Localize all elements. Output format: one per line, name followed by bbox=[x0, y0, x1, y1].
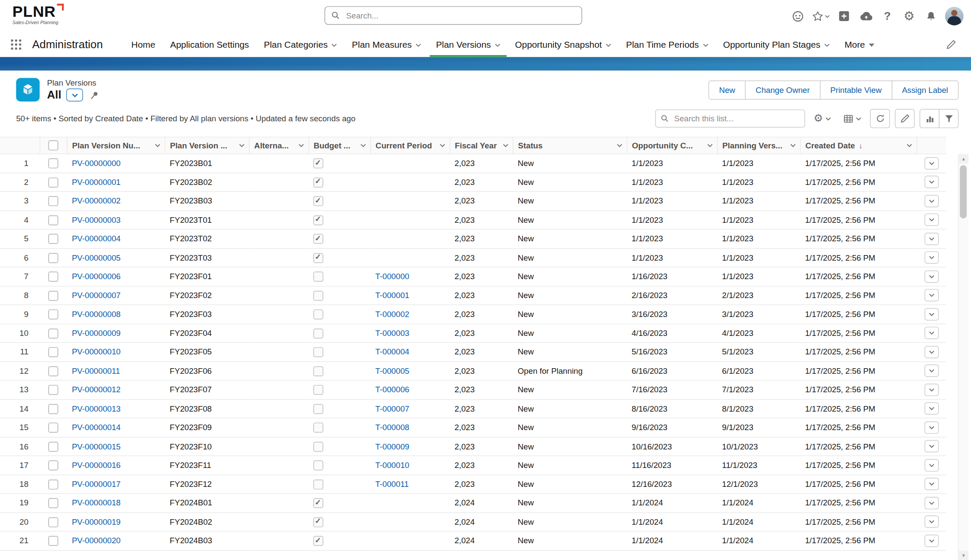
display-icon[interactable] bbox=[840, 109, 865, 128]
row-actions-button[interactable] bbox=[924, 214, 938, 226]
row-checkbox[interactable] bbox=[48, 479, 58, 489]
row-actions-button[interactable] bbox=[924, 403, 938, 415]
nav-edit-pencil-icon[interactable] bbox=[943, 39, 960, 50]
plan-version-link[interactable]: PV-00000019 bbox=[72, 517, 121, 526]
select-all-checkbox[interactable] bbox=[48, 141, 58, 151]
list-search-input[interactable] bbox=[673, 113, 800, 123]
chevron-down-icon[interactable] bbox=[439, 144, 445, 148]
chevron-down-icon[interactable] bbox=[869, 43, 874, 47]
plan-version-link[interactable]: PV-00000011 bbox=[72, 366, 120, 375]
refresh-icon[interactable] bbox=[870, 109, 890, 128]
row-checkbox[interactable] bbox=[48, 460, 58, 470]
plan-version-link[interactable]: PV-00000002 bbox=[72, 196, 121, 206]
row-checkbox[interactable] bbox=[48, 177, 58, 187]
scrollbar-thumb[interactable] bbox=[960, 165, 967, 218]
row-actions-button[interactable] bbox=[924, 270, 938, 283]
tab-plan-measures[interactable]: Plan Measures bbox=[344, 32, 428, 57]
chevron-down-icon[interactable] bbox=[702, 43, 708, 47]
plan-version-link[interactable]: PV-00000003 bbox=[72, 215, 121, 225]
current-period-link[interactable]: T-000005 bbox=[375, 366, 409, 375]
current-period-link[interactable]: T-000000 bbox=[375, 272, 409, 281]
row-actions-button[interactable] bbox=[924, 459, 938, 471]
chevron-down-icon[interactable] bbox=[360, 144, 366, 148]
list-search[interactable] bbox=[655, 110, 805, 128]
plan-version-link[interactable]: PV-00000020 bbox=[72, 536, 121, 545]
plan-version-link[interactable]: PV-00000018 bbox=[72, 498, 121, 508]
current-period-link[interactable]: T-000001 bbox=[375, 291, 409, 300]
current-period-link[interactable]: T-000010 bbox=[375, 461, 409, 470]
plan-version-link[interactable]: PV-00000005 bbox=[72, 253, 121, 262]
row-actions-button[interactable] bbox=[924, 308, 938, 320]
row-actions-button[interactable] bbox=[924, 421, 938, 434]
plan-version-link[interactable]: PV-00000012 bbox=[72, 385, 121, 394]
filter-icon[interactable] bbox=[939, 109, 959, 128]
tab-plan-versions[interactable]: Plan Versions bbox=[429, 32, 508, 57]
chevron-down-icon[interactable] bbox=[707, 144, 712, 148]
chevron-down-icon[interactable] bbox=[503, 144, 508, 148]
row-checkbox[interactable] bbox=[48, 291, 58, 301]
current-period-link[interactable]: T-000003 bbox=[375, 329, 409, 338]
row-actions-button[interactable] bbox=[924, 535, 938, 547]
scroll-up-icon[interactable]: ▲ bbox=[959, 154, 968, 163]
row-actions-button[interactable] bbox=[924, 440, 938, 452]
row-checkbox[interactable] bbox=[48, 347, 58, 357]
plan-version-link[interactable]: PV-00000001 bbox=[72, 178, 121, 187]
vertical-scrollbar[interactable]: ▲ ▼ bbox=[958, 154, 968, 560]
row-actions-button[interactable] bbox=[924, 176, 938, 188]
chevron-down-icon[interactable] bbox=[906, 144, 912, 148]
plan-version-link[interactable]: PV-00000017 bbox=[72, 480, 121, 489]
row-checkbox[interactable] bbox=[48, 498, 58, 508]
row-checkbox[interactable] bbox=[48, 517, 58, 527]
row-checkbox[interactable] bbox=[48, 404, 58, 414]
row-actions-button[interactable] bbox=[924, 195, 938, 207]
row-actions-button[interactable] bbox=[924, 327, 938, 339]
scroll-down-icon[interactable]: ▼ bbox=[959, 551, 968, 560]
row-checkbox[interactable] bbox=[48, 385, 58, 395]
current-period-link[interactable]: T-000007 bbox=[375, 404, 409, 413]
current-period-link[interactable]: T-000011 bbox=[375, 480, 409, 489]
current-period-link[interactable]: T-000006 bbox=[375, 385, 409, 394]
row-checkbox[interactable] bbox=[48, 536, 58, 546]
current-period-link[interactable]: T-000008 bbox=[375, 423, 409, 432]
row-checkbox[interactable] bbox=[48, 234, 58, 244]
row-checkbox[interactable] bbox=[48, 158, 58, 168]
row-checkbox[interactable] bbox=[48, 309, 58, 319]
plan-version-link[interactable]: PV-00000015 bbox=[72, 442, 121, 451]
chevron-down-icon[interactable] bbox=[616, 144, 622, 148]
plan-version-link[interactable]: PV-00000016 bbox=[72, 461, 121, 470]
plan-version-link[interactable]: PV-00000010 bbox=[72, 348, 121, 357]
action-new-button[interactable]: New bbox=[708, 80, 745, 99]
row-checkbox[interactable] bbox=[48, 196, 58, 206]
plan-version-link[interactable]: PV-00000014 bbox=[72, 423, 121, 432]
row-checkbox[interactable] bbox=[48, 253, 58, 263]
global-search[interactable] bbox=[325, 6, 582, 25]
chevron-down-icon[interactable] bbox=[790, 144, 795, 148]
tab-application-settings[interactable]: Application Settings bbox=[163, 32, 257, 57]
row-checkbox[interactable] bbox=[48, 215, 58, 225]
tab-home[interactable]: Home bbox=[124, 32, 163, 57]
row-checkbox[interactable] bbox=[48, 366, 58, 376]
guidance-icon[interactable] bbox=[790, 7, 805, 25]
chevron-down-icon[interactable] bbox=[495, 43, 500, 47]
row-actions-button[interactable] bbox=[924, 233, 938, 245]
chevron-down-icon[interactable] bbox=[239, 144, 244, 148]
avatar[interactable] bbox=[945, 7, 964, 25]
action-assign-label-button[interactable]: Assign Label bbox=[891, 80, 959, 99]
row-actions-button[interactable] bbox=[924, 289, 938, 302]
chevron-down-icon[interactable] bbox=[606, 43, 611, 47]
plan-version-link[interactable]: PV-00000007 bbox=[72, 291, 121, 300]
tab-more[interactable]: More bbox=[837, 32, 882, 57]
chevron-down-icon[interactable] bbox=[298, 144, 304, 148]
chevron-down-icon[interactable] bbox=[331, 43, 337, 47]
row-actions-button[interactable] bbox=[924, 478, 938, 490]
plan-version-link[interactable]: PV-00000000 bbox=[72, 159, 121, 168]
global-search-input[interactable] bbox=[345, 10, 575, 21]
tab-plan-categories[interactable]: Plan Categories bbox=[257, 32, 345, 57]
tab-plan-time-periods[interactable]: Plan Time Periods bbox=[618, 32, 715, 57]
action-change-owner-button[interactable]: Change Owner bbox=[745, 80, 820, 99]
row-actions-button[interactable] bbox=[924, 157, 938, 169]
row-actions-button[interactable] bbox=[924, 365, 938, 377]
help-icon[interactable]: ? bbox=[880, 7, 895, 25]
favorites-icon[interactable] bbox=[812, 7, 830, 25]
plan-version-link[interactable]: PV-00000006 bbox=[72, 272, 121, 281]
